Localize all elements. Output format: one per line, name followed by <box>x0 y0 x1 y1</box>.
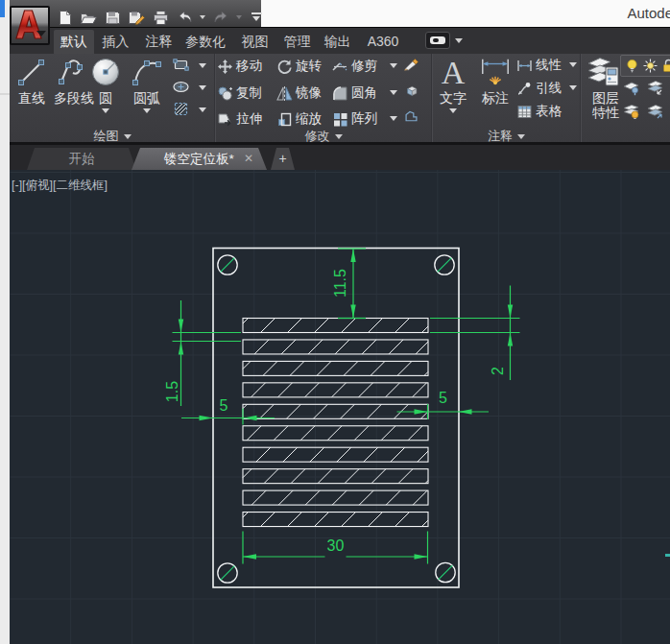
line-icon <box>15 55 48 89</box>
background-window-icon <box>0 0 5 17</box>
circle-icon <box>89 55 122 89</box>
background-window-divider <box>0 93 10 95</box>
hatch-dropdown-icon[interactable] <box>199 107 206 112</box>
draw-panel-caret-icon <box>124 134 132 139</box>
layer-lock-icon[interactable] <box>660 58 670 74</box>
text-dropdown-icon[interactable] <box>449 108 457 113</box>
annotate-panel-footer[interactable]: 注释 <box>432 130 581 143</box>
layer-freeze-small-icon[interactable] <box>646 80 665 96</box>
tab-annotate[interactable]: 注释 <box>144 30 174 54</box>
arc-dropdown-icon[interactable] <box>143 108 151 113</box>
layer-freeze-sun-icon[interactable] <box>642 58 658 74</box>
redo-icon[interactable] <box>212 10 230 26</box>
rectangle-dropdown-icon[interactable] <box>199 63 206 68</box>
arc-button[interactable]: 圆弧 <box>128 55 166 113</box>
svg-text:30: 30 <box>327 537 345 554</box>
fillet-button[interactable]: 圆角 <box>332 84 377 102</box>
circle-button[interactable]: 圆 <box>86 55 125 113</box>
undo-dropdown-icon[interactable] <box>200 15 205 19</box>
leader-dropdown-icon[interactable] <box>569 85 577 90</box>
scale-button[interactable]: 缩放 <box>276 110 322 128</box>
autocad-window: Autode <box>10 0 670 644</box>
ellipse-dropdown-icon[interactable] <box>199 85 206 90</box>
leader-button[interactable]: 引线 <box>516 80 562 97</box>
stretch-icon <box>217 111 233 128</box>
scale-icon <box>276 111 293 128</box>
application-menu-button[interactable] <box>10 6 50 45</box>
open-file-icon[interactable] <box>80 10 98 26</box>
dimension-button[interactable]: 标注 <box>476 55 514 106</box>
mirror-button[interactable]: 镜像 <box>276 84 322 102</box>
tab-output[interactable]: 输出 <box>323 30 352 54</box>
tab-insert[interactable]: 插入 <box>101 30 131 54</box>
tab-parametric[interactable]: 参数化 <box>184 30 227 54</box>
circle-dropdown-icon[interactable] <box>102 108 109 113</box>
viewport-controls[interactable]: [-][俯视][二维线框] <box>12 178 108 194</box>
tab-default[interactable]: 默认 <box>54 30 94 54</box>
layer-on-bulb-icon[interactable] <box>622 104 641 120</box>
tab-view[interactable]: 视图 <box>240 30 270 54</box>
text-button[interactable]: A 文字 <box>436 55 470 113</box>
annotate-panel-caret-icon <box>517 134 525 139</box>
layer-isolate-icon[interactable] <box>622 80 641 96</box>
move-button[interactable]: 移动 <box>217 58 262 75</box>
ellipse-icon <box>173 79 189 95</box>
draw-panel-footer[interactable]: 绘图 <box>10 130 215 143</box>
layer-properties-button[interactable] <box>585 55 623 89</box>
erase-button[interactable] <box>403 56 419 72</box>
file-tab-bar: 开始 镂空定位板* ✕ + <box>10 145 670 170</box>
redo-dropdown-icon[interactable] <box>236 15 242 19</box>
linear-dropdown-icon[interactable] <box>569 62 577 67</box>
file-tab-new-icon[interactable]: + <box>271 148 295 170</box>
edit-polyline-button[interactable] <box>403 108 419 125</box>
layer-properties-label: 图层特性 <box>586 91 625 120</box>
tab-a360[interactable]: A360 <box>365 30 401 54</box>
print-icon[interactable] <box>152 10 170 26</box>
qat-customize-icon[interactable] <box>251 12 262 22</box>
new-file-icon[interactable] <box>56 10 74 26</box>
application-menu-caret-icon <box>36 31 46 36</box>
svg-text:5: 5 <box>439 390 447 406</box>
fillet-icon <box>332 85 348 102</box>
file-tab-active[interactable]: 镂空定位板* ✕ <box>132 148 267 170</box>
table-button[interactable]: 表格 <box>516 103 562 120</box>
linear-dimension-button[interactable]: 线性 <box>516 57 562 74</box>
cad-drawing: 11.521.55530 <box>10 170 670 644</box>
hatch-button[interactable] <box>173 101 189 117</box>
copy-button[interactable]: 复制 <box>217 84 262 102</box>
save-as-icon[interactable] <box>128 10 146 26</box>
text-icon: A <box>437 55 469 89</box>
save-icon[interactable] <box>104 10 122 26</box>
array-icon <box>332 111 348 128</box>
title-bar: Autode <box>10 0 670 28</box>
layer-off-bulb-icon[interactable] <box>624 58 640 74</box>
layer-thaw-small-icon[interactable] <box>646 104 665 120</box>
tab-manage[interactable]: 管理 <box>282 30 312 54</box>
trim-icon <box>332 59 348 75</box>
ellipse-button[interactable] <box>173 79 189 95</box>
drawing-area[interactable]: 11.521.55530 [-][俯视][二维线框] <box>10 170 670 644</box>
trim-dropdown-icon[interactable] <box>390 63 397 68</box>
modify-panel-footer[interactable]: 修改 <box>215 130 432 143</box>
file-tab-close-icon[interactable]: ✕ <box>244 148 253 170</box>
line-button[interactable]: 直线 <box>12 55 51 106</box>
array-dropdown-icon[interactable] <box>390 116 397 121</box>
leader-icon <box>516 81 533 97</box>
cloud-dropdown-icon[interactable] <box>455 38 463 43</box>
connect-cloud-button[interactable] <box>425 32 450 49</box>
rectangle-button[interactable] <box>173 57 189 73</box>
arc-icon <box>131 55 163 89</box>
ribbon: 直线 多段线 圆 圆弧 <box>10 54 670 142</box>
trim-button[interactable]: 修剪 <box>332 58 377 75</box>
undo-icon[interactable] <box>176 10 194 26</box>
ribbon-tab-bar: 默认 插入 注释 参数化 视图 管理 输出 A360 <box>10 28 670 54</box>
layer-quick-tools <box>620 55 670 77</box>
array-button[interactable]: 阵列 <box>332 110 377 128</box>
explode-button[interactable] <box>403 83 419 99</box>
rotate-icon <box>276 59 293 75</box>
fillet-dropdown-icon[interactable] <box>390 90 397 95</box>
file-tab-start[interactable]: 开始 <box>27 148 136 170</box>
edit-polyline-icon <box>403 108 419 125</box>
rotate-button[interactable]: 旋转 <box>276 58 322 75</box>
stretch-button[interactable]: 拉伸 <box>217 110 262 128</box>
